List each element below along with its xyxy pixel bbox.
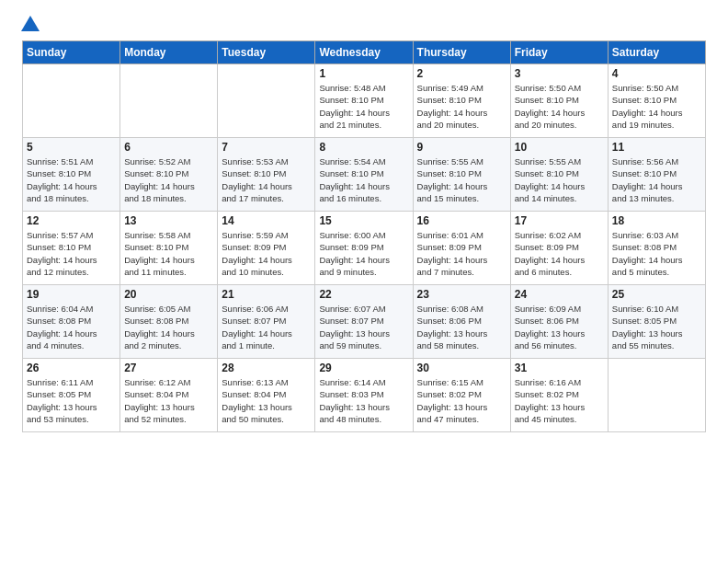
day-info: Sunrise: 5:57 AM Sunset: 8:10 PM Dayligh… bbox=[27, 229, 116, 278]
day-number: 18 bbox=[612, 214, 701, 227]
day-number: 21 bbox=[222, 288, 311, 301]
day-info: Sunrise: 6:14 AM Sunset: 8:03 PM Dayligh… bbox=[319, 376, 408, 425]
day-cell-23: 23Sunrise: 6:08 AM Sunset: 8:06 PM Dayli… bbox=[413, 285, 510, 359]
empty-cell bbox=[23, 64, 120, 138]
day-number: 23 bbox=[417, 288, 506, 301]
day-cell-5: 5Sunrise: 5:51 AM Sunset: 8:10 PM Daylig… bbox=[23, 138, 120, 212]
weekday-monday: Monday bbox=[120, 41, 218, 64]
day-number: 24 bbox=[515, 288, 604, 301]
calendar-table: SundayMondayTuesdayWednesdayThursdayFrid… bbox=[22, 40, 706, 432]
day-number: 12 bbox=[27, 214, 116, 227]
day-number: 8 bbox=[319, 141, 408, 154]
weekday-saturday: Saturday bbox=[608, 41, 705, 64]
day-info: Sunrise: 6:06 AM Sunset: 8:07 PM Dayligh… bbox=[222, 303, 311, 351]
day-number: 26 bbox=[27, 362, 116, 374]
weekday-wednesday: Wednesday bbox=[315, 41, 413, 64]
day-info: Sunrise: 6:07 AM Sunset: 8:07 PM Dayligh… bbox=[319, 303, 408, 351]
day-info: Sunrise: 6:05 AM Sunset: 8:08 PM Dayligh… bbox=[124, 303, 213, 351]
day-cell-29: 29Sunrise: 6:14 AM Sunset: 8:03 PM Dayli… bbox=[315, 359, 413, 432]
day-number: 10 bbox=[515, 141, 604, 154]
day-number: 17 bbox=[515, 214, 604, 227]
svg-marker-0 bbox=[21, 16, 40, 31]
day-cell-10: 10Sunrise: 5:55 AM Sunset: 8:10 PM Dayli… bbox=[510, 138, 608, 212]
day-info: Sunrise: 6:02 AM Sunset: 8:09 PM Dayligh… bbox=[515, 229, 604, 278]
day-cell-7: 7Sunrise: 5:53 AM Sunset: 8:10 PM Daylig… bbox=[218, 138, 315, 212]
page: SundayMondayTuesdayWednesdayThursdayFrid… bbox=[0, 0, 728, 563]
weekday-friday: Friday bbox=[510, 41, 608, 64]
week-row-4: 26Sunrise: 6:11 AM Sunset: 8:05 PM Dayli… bbox=[23, 359, 706, 432]
day-cell-16: 16Sunrise: 6:01 AM Sunset: 8:09 PM Dayli… bbox=[413, 212, 510, 285]
week-row-0: 1Sunrise: 5:48 AM Sunset: 8:10 PM Daylig… bbox=[23, 64, 706, 138]
week-row-3: 19Sunrise: 6:04 AM Sunset: 8:08 PM Dayli… bbox=[23, 285, 706, 359]
day-info: Sunrise: 5:50 AM Sunset: 8:10 PM Dayligh… bbox=[515, 82, 604, 131]
day-cell-19: 19Sunrise: 6:04 AM Sunset: 8:08 PM Dayli… bbox=[23, 285, 120, 359]
day-cell-18: 18Sunrise: 6:03 AM Sunset: 8:08 PM Dayli… bbox=[608, 212, 705, 285]
day-cell-27: 27Sunrise: 6:12 AM Sunset: 8:04 PM Dayli… bbox=[120, 359, 218, 432]
day-number: 7 bbox=[222, 141, 311, 154]
day-number: 1 bbox=[319, 67, 408, 80]
day-cell-20: 20Sunrise: 6:05 AM Sunset: 8:08 PM Dayli… bbox=[120, 285, 218, 359]
day-cell-2: 2Sunrise: 5:49 AM Sunset: 8:10 PM Daylig… bbox=[413, 64, 510, 138]
day-info: Sunrise: 5:50 AM Sunset: 8:10 PM Dayligh… bbox=[612, 82, 701, 131]
day-number: 2 bbox=[417, 67, 506, 80]
day-number: 19 bbox=[27, 288, 116, 301]
day-number: 5 bbox=[27, 141, 116, 154]
day-info: Sunrise: 6:15 AM Sunset: 8:02 PM Dayligh… bbox=[417, 376, 506, 425]
day-number: 30 bbox=[417, 362, 506, 374]
logo-text bbox=[18, 13, 42, 35]
week-row-2: 12Sunrise: 5:57 AM Sunset: 8:10 PM Dayli… bbox=[23, 212, 706, 285]
day-number: 3 bbox=[515, 67, 604, 80]
day-info: Sunrise: 6:12 AM Sunset: 8:04 PM Dayligh… bbox=[124, 376, 213, 425]
day-number: 20 bbox=[124, 288, 213, 301]
week-row-1: 5Sunrise: 5:51 AM Sunset: 8:10 PM Daylig… bbox=[23, 138, 706, 212]
day-number: 16 bbox=[417, 214, 506, 227]
day-info: Sunrise: 6:00 AM Sunset: 8:09 PM Dayligh… bbox=[319, 229, 408, 278]
day-cell-26: 26Sunrise: 6:11 AM Sunset: 8:05 PM Dayli… bbox=[23, 359, 120, 432]
day-cell-21: 21Sunrise: 6:06 AM Sunset: 8:07 PM Dayli… bbox=[218, 285, 315, 359]
day-info: Sunrise: 6:09 AM Sunset: 8:06 PM Dayligh… bbox=[515, 303, 604, 351]
day-cell-24: 24Sunrise: 6:09 AM Sunset: 8:06 PM Dayli… bbox=[510, 285, 608, 359]
day-number: 29 bbox=[319, 362, 408, 374]
day-info: Sunrise: 5:48 AM Sunset: 8:10 PM Dayligh… bbox=[319, 82, 408, 131]
day-number: 14 bbox=[222, 214, 311, 227]
day-cell-22: 22Sunrise: 6:07 AM Sunset: 8:07 PM Dayli… bbox=[315, 285, 413, 359]
day-info: Sunrise: 6:10 AM Sunset: 8:05 PM Dayligh… bbox=[612, 303, 701, 351]
day-info: Sunrise: 5:55 AM Sunset: 8:10 PM Dayligh… bbox=[417, 155, 506, 204]
day-cell-12: 12Sunrise: 5:57 AM Sunset: 8:10 PM Dayli… bbox=[23, 212, 120, 285]
day-cell-11: 11Sunrise: 5:56 AM Sunset: 8:10 PM Dayli… bbox=[608, 138, 705, 212]
day-cell-14: 14Sunrise: 5:59 AM Sunset: 8:09 PM Dayli… bbox=[218, 212, 315, 285]
day-info: Sunrise: 5:58 AM Sunset: 8:10 PM Dayligh… bbox=[124, 229, 213, 278]
day-number: 9 bbox=[417, 141, 506, 154]
empty-cell bbox=[120, 64, 218, 138]
day-cell-15: 15Sunrise: 6:00 AM Sunset: 8:09 PM Dayli… bbox=[315, 212, 413, 285]
day-cell-30: 30Sunrise: 6:15 AM Sunset: 8:02 PM Dayli… bbox=[413, 359, 510, 432]
day-info: Sunrise: 6:08 AM Sunset: 8:06 PM Dayligh… bbox=[417, 303, 506, 351]
day-number: 25 bbox=[612, 288, 701, 301]
day-number: 27 bbox=[124, 362, 213, 374]
day-cell-3: 3Sunrise: 5:50 AM Sunset: 8:10 PM Daylig… bbox=[510, 64, 608, 138]
day-info: Sunrise: 5:49 AM Sunset: 8:10 PM Dayligh… bbox=[417, 82, 506, 131]
day-info: Sunrise: 5:51 AM Sunset: 8:10 PM Dayligh… bbox=[27, 155, 116, 204]
day-cell-17: 17Sunrise: 6:02 AM Sunset: 8:09 PM Dayli… bbox=[510, 212, 608, 285]
day-cell-6: 6Sunrise: 5:52 AM Sunset: 8:10 PM Daylig… bbox=[120, 138, 218, 212]
day-info: Sunrise: 5:55 AM Sunset: 8:10 PM Dayligh… bbox=[515, 155, 604, 204]
header bbox=[0, 0, 728, 40]
weekday-sunday: Sunday bbox=[23, 41, 120, 64]
weekday-header-row: SundayMondayTuesdayWednesdayThursdayFrid… bbox=[23, 41, 706, 64]
day-info: Sunrise: 5:52 AM Sunset: 8:10 PM Dayligh… bbox=[124, 155, 213, 204]
day-cell-25: 25Sunrise: 6:10 AM Sunset: 8:05 PM Dayli… bbox=[608, 285, 705, 359]
day-info: Sunrise: 6:16 AM Sunset: 8:02 PM Dayligh… bbox=[515, 376, 604, 425]
empty-cell bbox=[218, 64, 315, 138]
day-number: 15 bbox=[319, 214, 408, 227]
day-info: Sunrise: 6:04 AM Sunset: 8:08 PM Dayligh… bbox=[27, 303, 116, 351]
day-info: Sunrise: 6:01 AM Sunset: 8:09 PM Dayligh… bbox=[417, 229, 506, 278]
day-info: Sunrise: 6:13 AM Sunset: 8:04 PM Dayligh… bbox=[222, 376, 311, 425]
day-number: 31 bbox=[515, 362, 604, 374]
day-cell-4: 4Sunrise: 5:50 AM Sunset: 8:10 PM Daylig… bbox=[608, 64, 705, 138]
day-cell-1: 1Sunrise: 5:48 AM Sunset: 8:10 PM Daylig… bbox=[315, 64, 413, 138]
day-number: 22 bbox=[319, 288, 408, 301]
day-info: Sunrise: 6:11 AM Sunset: 8:05 PM Dayligh… bbox=[27, 376, 116, 425]
day-info: Sunrise: 5:53 AM Sunset: 8:10 PM Dayligh… bbox=[222, 155, 311, 204]
weekday-thursday: Thursday bbox=[413, 41, 510, 64]
day-number: 4 bbox=[612, 67, 701, 80]
